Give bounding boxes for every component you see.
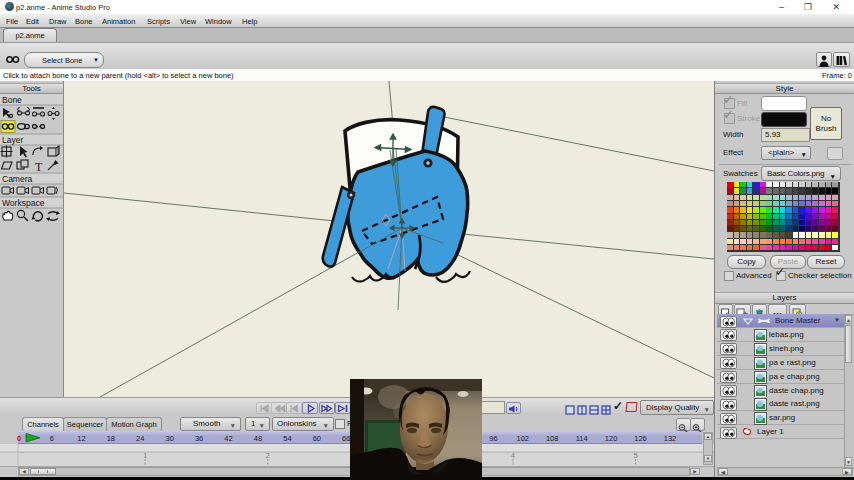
svg-text:2: 2: [266, 452, 270, 459]
svg-text:102: 102: [517, 434, 530, 443]
svg-text:Bone: Bone: [2, 95, 22, 105]
svg-text:18: 18: [107, 434, 115, 443]
svg-text:4: 4: [511, 452, 515, 459]
svg-text:108: 108: [546, 434, 559, 443]
svg-text:30: 30: [166, 434, 174, 443]
svg-text:T: T: [35, 160, 43, 174]
svg-text:120: 120: [605, 434, 618, 443]
svg-text:60: 60: [313, 434, 321, 443]
svg-text:5: 5: [634, 452, 638, 459]
svg-text:0: 0: [17, 434, 21, 443]
svg-text:126: 126: [634, 434, 647, 443]
svg-text:24: 24: [136, 434, 144, 443]
svg-text:96: 96: [489, 434, 497, 443]
svg-text:54: 54: [283, 434, 291, 443]
svg-text:48: 48: [254, 434, 262, 443]
svg-text:Workspace: Workspace: [2, 198, 45, 208]
svg-text:6: 6: [50, 434, 54, 443]
svg-text:12: 12: [77, 434, 85, 443]
svg-text:42: 42: [224, 434, 232, 443]
svg-text:Layer: Layer: [2, 135, 23, 145]
svg-text:132: 132: [664, 434, 677, 443]
svg-text:36: 36: [195, 434, 203, 443]
svg-text:114: 114: [576, 434, 588, 443]
svg-text:1: 1: [143, 452, 147, 459]
svg-text:Camera: Camera: [2, 174, 33, 184]
